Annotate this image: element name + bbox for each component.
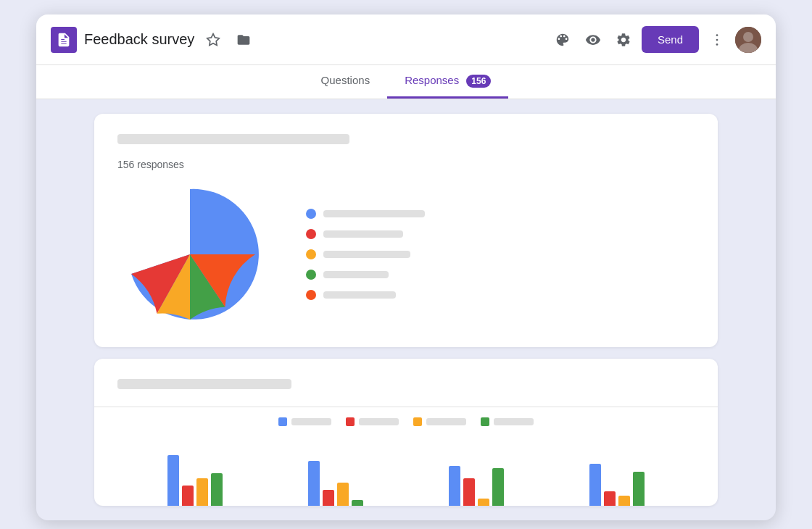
legend-dot-green: [306, 270, 316, 280]
svg-point-3: [716, 43, 718, 46]
legend-dot-blue: [306, 209, 316, 219]
bar-1-red: [182, 486, 194, 506]
bar-2-red: [323, 490, 334, 506]
svg-point-2: [716, 38, 718, 41]
legend-bar-yellow: [323, 251, 410, 258]
more-options-button[interactable]: [705, 28, 729, 52]
tab-questions[interactable]: Questions: [304, 65, 388, 99]
card-pie: 156 responses: [94, 114, 718, 347]
legend-item-blue: [306, 209, 425, 219]
bar-group-2: [308, 461, 363, 506]
legend-bar-orange: [323, 291, 396, 299]
bar-group-1: [167, 455, 223, 506]
bar-legend: [117, 417, 695, 426]
legend-item-green: [306, 270, 425, 280]
pie-legend-wrapper: [117, 182, 695, 327]
bar-4-red: [604, 491, 616, 506]
bar-legend-square-yellow: [413, 417, 422, 426]
legend-dot-red: [306, 229, 316, 239]
bar-1-yellow: [196, 478, 208, 506]
card-bar: [94, 359, 718, 506]
legend-dot-yellow: [306, 249, 316, 259]
bar-2-yellow: [337, 483, 349, 506]
bar-1-blue: [167, 455, 179, 506]
settings-button[interactable]: [611, 28, 636, 52]
avatar[interactable]: [735, 27, 761, 53]
preview-button[interactable]: [581, 28, 605, 52]
card1-skeleton-title: [117, 134, 349, 144]
bar-group-4: [589, 464, 645, 506]
bar-4-blue: [589, 464, 601, 506]
bar-4-green: [633, 472, 645, 506]
bar-3-green: [492, 468, 504, 506]
bar-2-blue: [308, 461, 320, 506]
legend-item-red: [306, 229, 425, 239]
bar-legend-square-red: [346, 417, 355, 426]
palette-button[interactable]: [550, 28, 575, 52]
legend-bar-blue: [323, 210, 425, 217]
bar-legend-blue: [278, 417, 331, 426]
bar-legend-red: [346, 417, 399, 426]
app-window: Feedback survey: [36, 14, 776, 520]
bar-3-red: [463, 478, 475, 506]
main-content: 156 responses: [36, 99, 776, 520]
header: Feedback survey: [36, 14, 776, 65]
form-doc-icon: [56, 32, 72, 48]
bar-legend-square-green: [481, 417, 489, 426]
bar-3-blue: [449, 466, 460, 506]
bar-legend-green: [481, 417, 534, 426]
legend-item-yellow: [306, 249, 425, 259]
bar-3-yellow: [478, 499, 489, 506]
legend-bar-green: [323, 271, 389, 278]
form-title: Feedback survey: [84, 31, 194, 48]
svg-point-5: [743, 32, 753, 42]
legend-dot-orange: [306, 290, 316, 300]
responses-count: 156 responses: [117, 159, 695, 170]
send-button[interactable]: Send: [642, 26, 699, 53]
pie-chart: [117, 182, 262, 327]
legend-bar-red: [323, 230, 403, 238]
bar-legend-text-red: [359, 418, 399, 425]
legend: [306, 209, 425, 300]
bar-legend-text-blue: [291, 418, 331, 425]
bar-2-green: [352, 500, 363, 506]
form-icon: [51, 27, 77, 53]
bar-4-yellow: [618, 496, 630, 506]
bar-1-green: [211, 473, 223, 506]
legend-item-orange: [306, 290, 425, 300]
header-left: Feedback survey: [51, 27, 550, 53]
tab-responses[interactable]: Responses 156: [387, 65, 508, 99]
svg-point-1: [716, 34, 718, 36]
card2-skeleton-title: [117, 379, 291, 389]
bar-chart: [117, 441, 695, 506]
bar-legend-yellow: [413, 417, 466, 426]
star-button[interactable]: [202, 28, 225, 51]
bar-legend-square-blue: [278, 417, 287, 426]
header-right: Send: [550, 26, 761, 53]
tab-bar: Questions Responses 156: [36, 65, 776, 99]
responses-badge: 156: [466, 75, 491, 88]
bar-legend-text-green: [494, 418, 534, 425]
folder-button[interactable]: [232, 28, 255, 51]
bar-legend-text-yellow: [426, 418, 466, 425]
svg-marker-0: [207, 33, 220, 45]
bar-group-3: [449, 466, 504, 506]
